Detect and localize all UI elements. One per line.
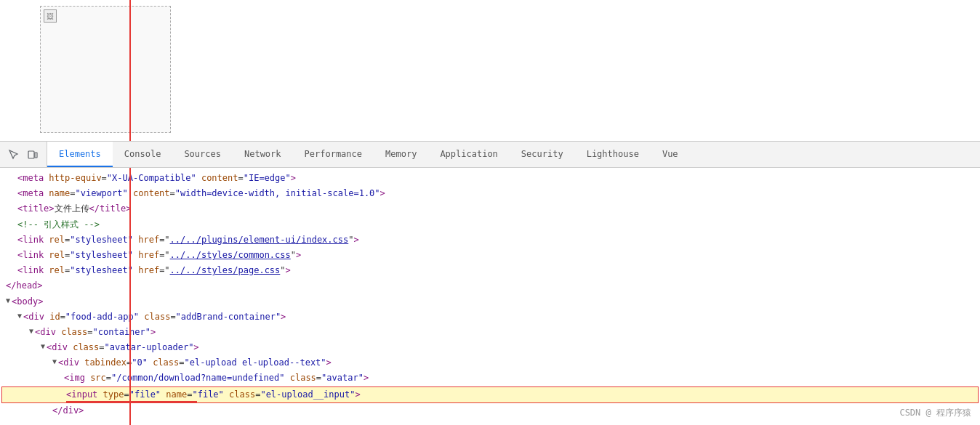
code-line: </head>	[0, 278, 980, 294]
svg-rect-0	[28, 151, 34, 158]
code-line: </div>	[0, 403, 980, 418]
svg-rect-1	[35, 153, 37, 158]
devtools-toolbar: Elements Console Sources Network Perform…	[0, 142, 980, 168]
code-line: ▼<div tabindex="0" class="el-upload el-u…	[0, 355, 980, 371]
image-preview: 🖼	[40, 6, 171, 133]
tab-network[interactable]: Network	[233, 142, 293, 167]
code-line: <meta name="viewport" content="width=dev…	[0, 186, 980, 201]
code-line: <link rel="stylesheet" href="../../style…	[0, 263, 980, 278]
watermark: CSDN @ 程序序猿	[899, 407, 971, 419]
toolbar-icons	[0, 142, 47, 167]
tab-lighthouse[interactable]: Lighthouse	[575, 142, 651, 167]
code-area[interactable]: <meta http-equiv="X-UA-Compatible" conte…	[0, 168, 980, 425]
tab-sources[interactable]: Sources	[172, 142, 233, 167]
tab-memory[interactable]: Memory	[374, 142, 428, 167]
devtools-tabs: Elements Console Sources Network Perform…	[47, 142, 980, 167]
tab-security[interactable]: Security	[510, 142, 575, 167]
tab-application[interactable]: Application	[428, 142, 509, 167]
code-line: ▼<body>	[0, 294, 980, 309]
code-line: <link rel="stylesheet" href="../../plugi…	[0, 232, 980, 248]
code-line: <link rel="stylesheet" href="../../style…	[0, 248, 980, 263]
code-line: <!-- 引入样式 -->	[0, 217, 980, 232]
tab-console[interactable]: Console	[113, 142, 173, 167]
code-line: ▼<div class="container">	[0, 325, 980, 340]
preview-area: 🖼	[0, 0, 980, 142]
inspect-element-button[interactable]	[6, 147, 22, 163]
code-line: ▼<div class="avatar-uploader">	[0, 340, 980, 355]
tab-vue[interactable]: Vue	[651, 142, 690, 167]
highlighted-code-line: <input type="file" name="file" class="el…	[1, 386, 979, 403]
code-line: <img src="/common/download?name=undefine…	[0, 371, 980, 386]
code-line: ▼<div id="food-add-app" class="addBrand-…	[0, 309, 980, 325]
red-underline	[66, 401, 197, 402]
tab-elements[interactable]: Elements	[47, 142, 113, 167]
device-toolbar-button[interactable]	[25, 147, 41, 163]
code-line: <meta http-equiv="X-UA-Compatible" conte…	[0, 171, 980, 186]
code-line: <title>文件上传</title>	[0, 201, 980, 216]
broken-image-icon: 🖼	[44, 9, 57, 23]
tab-performance[interactable]: Performance	[293, 142, 374, 167]
